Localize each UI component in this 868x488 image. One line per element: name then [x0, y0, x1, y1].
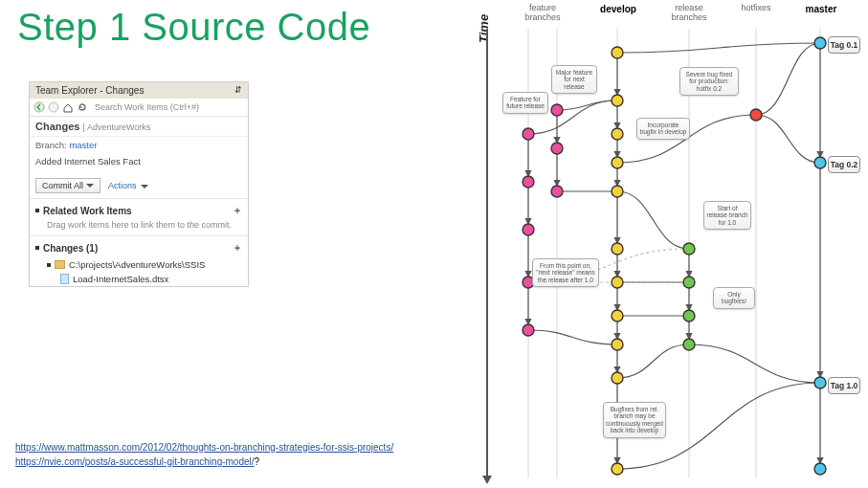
commit-all-label: Commit All: [42, 181, 83, 190]
svg-point-31: [612, 47, 623, 58]
note-severe-bug: Severe bug fixed for production: hotfix …: [679, 67, 739, 96]
changes-list-header[interactable]: Changes (1) ＋: [30, 238, 248, 257]
note-incorporate: Incorporate bugfix in develop: [636, 118, 690, 140]
file-name: Load-InternetSales.dtsx: [73, 274, 168, 284]
back-icon[interactable]: [33, 101, 45, 113]
note-only-bugfixes: Only bugfixes!: [713, 287, 755, 309]
folder-path: C:\projects\AdventureWorks\SSIS: [69, 259, 205, 270]
te-toolbar: Search Work Items (Ctrl+#): [30, 99, 248, 117]
stage-all-button[interactable]: ＋: [233, 241, 242, 255]
expand-icon: [35, 209, 39, 212]
commit-message[interactable]: Added Internet Sales Fact: [35, 156, 242, 169]
branch-value[interactable]: master: [69, 140, 97, 150]
add-work-item-button[interactable]: ＋: [233, 204, 242, 217]
tree-folder[interactable]: C:\projects\AdventureWorks\SSIS: [30, 257, 248, 272]
svg-point-45: [523, 224, 534, 235]
reference-links: https://www.mattmasson.com/2012/02/thoug…: [15, 440, 393, 469]
svg-point-59: [814, 463, 826, 475]
branch-row: Branch: master: [30, 137, 248, 153]
svg-point-34: [612, 157, 623, 168]
search-input[interactable]: Search Work Items (Ctrl+#): [91, 102, 244, 112]
forward-icon[interactable]: [48, 101, 59, 113]
svg-point-36: [612, 243, 623, 255]
branch-label: Branch:: [35, 140, 67, 150]
changes-count-title: Changes (1): [43, 243, 98, 254]
te-titlebar: Team Explorer - Changes ⇵: [30, 82, 248, 99]
home-icon[interactable]: [62, 101, 74, 113]
related-title: Related Work Items: [43, 206, 132, 216]
lane-feature: feature branches: [523, 4, 562, 23]
gitflow-diagram: Time feature branches develop release br…: [450, 0, 861, 488]
chevron-down-icon: [86, 184, 94, 188]
lane-master: master: [802, 4, 840, 14]
svg-point-1: [49, 102, 58, 112]
svg-point-54: [683, 339, 695, 350]
note-start-release: Start of release branch for 1.0: [703, 201, 751, 230]
project-name: AdventureWorks: [87, 122, 150, 132]
tree-file[interactable]: Load-InternetSales.dtsx: [30, 272, 248, 286]
tag-1-0: Tag 1.0: [828, 377, 860, 394]
svg-point-52: [683, 277, 695, 288]
svg-point-50: [551, 186, 563, 197]
link-suffix: ?: [255, 456, 260, 467]
changes-header: Changes | AdventureWorks: [30, 117, 248, 137]
lane-develop: develop: [599, 4, 637, 14]
svg-point-43: [523, 128, 534, 140]
tag-0-1: Tag 0.1: [828, 36, 860, 54]
link-nvie[interactable]: https://nvie.com/posts/a-successful-git-…: [15, 456, 255, 467]
note-major-next: Major feature for next release: [551, 65, 597, 94]
svg-point-39: [612, 339, 623, 350]
note-rel-merge: Bugfixes from rel. branch may be continu…: [603, 402, 666, 438]
link-mattmasson[interactable]: https://www.mattmasson.com/2012/02/thoug…: [15, 442, 393, 453]
expand-icon: [35, 246, 39, 250]
te-window-title: Team Explorer - Changes: [35, 85, 144, 96]
actions-link[interactable]: Actions: [108, 181, 148, 190]
svg-point-0: [34, 102, 44, 112]
svg-point-47: [523, 324, 534, 336]
svg-point-40: [612, 372, 623, 384]
commit-all-button[interactable]: Commit All: [35, 178, 100, 193]
note-feature-future: Feature for future release: [502, 92, 548, 114]
folder-icon: [55, 260, 65, 269]
svg-point-44: [523, 176, 534, 188]
svg-point-33: [612, 128, 623, 140]
actions-label: Actions: [108, 181, 137, 190]
chevron-down-icon: [141, 185, 148, 189]
svg-point-37: [612, 277, 623, 288]
tag-0-2: Tag 0.2: [828, 156, 860, 173]
slide-title: Step 1 Source Code: [17, 6, 370, 49]
note-from-point: From this point on, "next release" means…: [532, 258, 599, 287]
svg-point-42: [612, 463, 623, 475]
lane-hotfixes: hotfixes: [737, 4, 775, 13]
expand-icon: [47, 263, 51, 267]
svg-point-32: [612, 95, 623, 106]
changes-title: Changes: [35, 121, 79, 132]
svg-point-48: [551, 104, 563, 116]
svg-point-38: [612, 310, 623, 322]
svg-point-57: [814, 157, 826, 168]
refresh-icon[interactable]: [77, 101, 88, 113]
file-icon: [60, 274, 69, 284]
related-hint: Drag work items here to link them to the…: [30, 220, 248, 233]
svg-point-51: [683, 243, 695, 255]
team-explorer-panel: Team Explorer - Changes ⇵ Search Work It…: [29, 81, 249, 287]
lane-release: release branches: [670, 4, 708, 23]
svg-point-56: [814, 37, 826, 49]
svg-point-35: [612, 186, 623, 197]
svg-point-58: [814, 377, 826, 388]
svg-point-49: [551, 143, 563, 154]
svg-point-53: [683, 310, 695, 322]
svg-point-55: [750, 109, 762, 121]
tab-pin-icon[interactable]: ⇵: [234, 85, 242, 96]
related-work-items-header[interactable]: Related Work Items ＋: [30, 201, 248, 220]
